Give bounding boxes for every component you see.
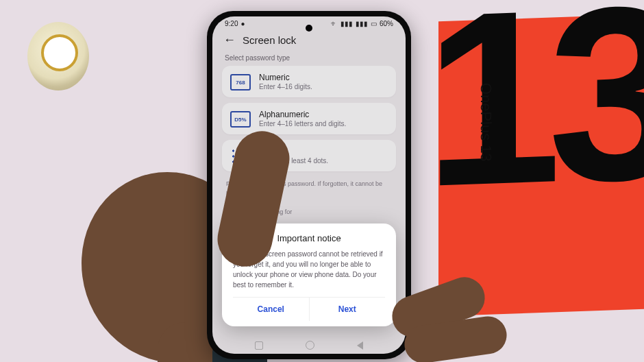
android-nav-bar (212, 341, 406, 350)
desk-clock (27, 22, 89, 90)
product-box: 13 OnePlus 13 (438, 14, 644, 316)
next-button[interactable]: Next (309, 298, 386, 321)
photo-scene: 13 OnePlus 13 9:20 ● ᯤ ▮▮▮ ▮▮▮ ▭ 60 (0, 0, 644, 362)
clock-face (41, 34, 78, 71)
recents-icon[interactable] (255, 341, 263, 350)
home-icon[interactable] (306, 341, 314, 350)
dialog-title: Important notice (233, 233, 385, 243)
product-number: 13 (425, 0, 644, 199)
phone-frame: 9:20 ● ᯤ ▮▮▮ ▮▮▮ ▭ 60% ← Screen lock Sel… (207, 11, 411, 359)
dialog-body: Your Lock screen password cannot be retr… (233, 249, 385, 290)
product-label: OnePlus 13 (477, 82, 495, 162)
phone-screen: 9:20 ● ᯤ ▮▮▮ ▮▮▮ ▭ 60% ← Screen lock Sel… (212, 16, 406, 354)
back-nav-icon[interactable] (357, 341, 363, 350)
important-notice-dialog: Important notice Your Lock screen passwo… (222, 224, 396, 326)
cancel-button[interactable]: Cancel (233, 298, 309, 321)
